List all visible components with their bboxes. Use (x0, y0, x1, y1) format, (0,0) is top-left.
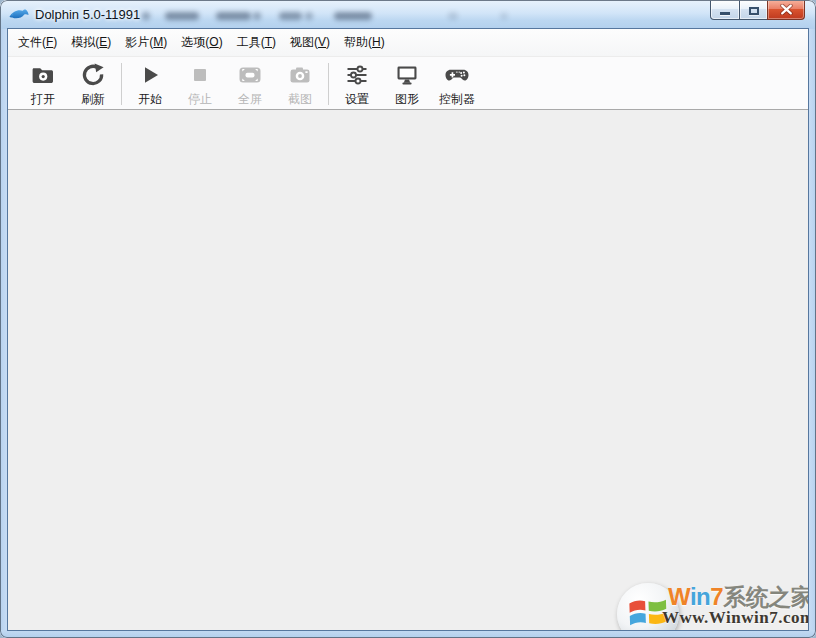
close-button[interactable] (767, 0, 805, 20)
open-folder-icon (29, 62, 57, 88)
menu-item-t[interactable]: 工具(T) (230, 29, 283, 56)
minimize-button[interactable] (710, 0, 740, 20)
monitor-icon (393, 62, 421, 88)
watermark-url: Www.Winwin7.com (662, 608, 815, 628)
blurred-artifact (305, 12, 313, 20)
menu-item-e[interactable]: 模拟(E) (64, 29, 118, 56)
blurred-artifact (253, 12, 261, 20)
toolbar-button-gamepad[interactable]: 控制器 (432, 62, 482, 108)
sliders-icon (343, 62, 371, 88)
client-area: 文件(F)模拟(E)影片(M)选项(O)工具(T)视图(V)帮助(H) 打开刷新… (8, 29, 808, 630)
close-icon (780, 1, 793, 19)
menu-item-o[interactable]: 选项(O) (174, 29, 229, 56)
titlebar[interactable]: Dolphin 5.0-11991 (0, 0, 816, 29)
blurred-artifact (448, 12, 458, 20)
window-title: Dolphin 5.0-11991 (35, 7, 140, 22)
window-border-right (808, 29, 816, 638)
menu-item-v[interactable]: 视图(V) (283, 29, 337, 56)
dolphin-icon (9, 7, 29, 22)
stop-icon (186, 62, 214, 88)
refresh-icon (79, 62, 107, 88)
toolbar-button-label: 停止 (188, 91, 212, 108)
window-border-bottom (0, 630, 816, 638)
gamepad-icon (443, 62, 471, 88)
toolbar-button-open-folder[interactable]: 打开 (18, 62, 68, 108)
toolbar-button-sliders[interactable]: 设置 (332, 62, 382, 108)
caption-buttons (711, 0, 805, 20)
toolbar-button-label: 刷新 (81, 91, 105, 108)
camera-icon (286, 62, 314, 88)
toolbar-separator (121, 63, 122, 105)
menu-item-h[interactable]: 帮助(H) (337, 29, 392, 56)
fullscreen-icon (236, 62, 264, 88)
maximize-button[interactable] (739, 0, 768, 20)
blurred-artifact (142, 12, 150, 20)
blurred-artifact (165, 12, 199, 20)
toolbar-separator (328, 63, 329, 105)
dolphin-emulator-window: Dolphin 5.0-11991 文件(F)模拟(E)影片(M)选项(O) (0, 0, 816, 638)
toolbar-button-label: 截图 (288, 91, 312, 108)
toolbar-button-monitor[interactable]: 图形 (382, 62, 432, 108)
play-icon (136, 62, 164, 88)
toolbar-button-camera: 截图 (275, 62, 325, 108)
toolbar-button-play[interactable]: 开始 (125, 62, 175, 108)
blurred-artifact (279, 12, 302, 20)
toolbar-button-label: 开始 (138, 91, 162, 108)
blurred-artifact (500, 12, 508, 20)
toolbar-button-label: 控制器 (439, 91, 475, 108)
menu-item-m[interactable]: 影片(M) (118, 29, 174, 56)
toolbar-button-label: 图形 (395, 91, 419, 108)
watermark-title-part: in (690, 583, 710, 610)
menu-bar: 文件(F)模拟(E)影片(M)选项(O)工具(T)视图(V)帮助(H) (8, 29, 808, 56)
toolbar-button-fullscreen: 全屏 (225, 62, 275, 108)
window-border-left (0, 29, 8, 638)
toolbar-button-refresh[interactable]: 刷新 (68, 62, 118, 108)
toolbar-button-stop: 停止 (175, 62, 225, 108)
blurred-artifact (216, 12, 251, 20)
watermark-title-part: 系统之家 (723, 584, 813, 610)
minimize-icon (720, 12, 730, 15)
maximize-icon (749, 7, 759, 15)
toolbar-button-label: 设置 (345, 91, 369, 108)
toolbar: 打开刷新开始停止全屏截图设置图形控制器 (8, 56, 808, 110)
watermark-title-part: W (668, 583, 690, 610)
toolbar-button-label: 全屏 (238, 91, 262, 108)
toolbar-button-label: 打开 (31, 91, 55, 108)
blurred-artifact (334, 12, 372, 20)
watermark-title-part: 7 (710, 583, 723, 610)
menu-item-f[interactable]: 文件(F) (11, 29, 64, 56)
game-list-area[interactable] (8, 110, 808, 630)
